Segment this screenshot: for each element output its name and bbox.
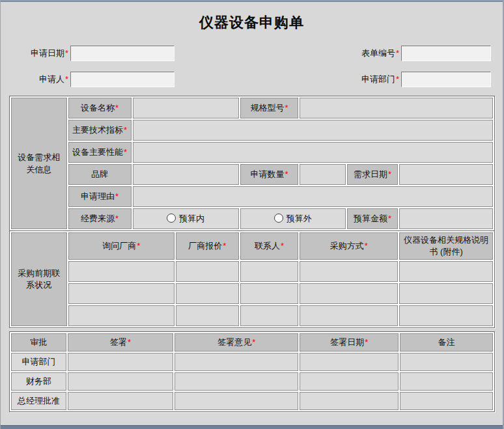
purchase-method-header: 采购方式*	[300, 232, 398, 260]
sign-date-header: 签署日期*	[300, 333, 399, 352]
signature-header: 签署*	[68, 333, 173, 352]
window-bottom-bar	[1, 425, 503, 429]
approval-cell[interactable]	[400, 392, 493, 410]
required-mark: *	[396, 48, 399, 58]
device-name-cell[interactable]	[133, 98, 239, 118]
budget-out-cell: 预算外	[240, 208, 346, 229]
equipment-info-table: 设备需求相关信息 设备名称* 规格型号* 主要技术指标* 设备主要性能* 品牌 …	[9, 96, 495, 231]
reason-header: 申请理由*	[68, 186, 132, 207]
procurement-cell[interactable]	[300, 261, 398, 282]
procurement-cell[interactable]	[399, 261, 493, 282]
performance-cell[interactable]	[133, 142, 494, 163]
apply-date-label: 申请日期*	[14, 48, 68, 59]
applicant-label: 申请人*	[14, 74, 68, 85]
required-mark: *	[281, 241, 284, 251]
spec-model-cell[interactable]	[300, 98, 493, 118]
remarks-header: 备注	[400, 333, 493, 352]
procurement-cell[interactable]	[68, 261, 175, 282]
approval-cell[interactable]	[68, 372, 173, 391]
approval-corner-header: 审批	[11, 333, 66, 352]
brand-header: 品牌	[68, 164, 132, 185]
required-mark: *	[285, 169, 288, 179]
approval-cell[interactable]	[175, 353, 298, 371]
approval-row-label: 申请部门	[11, 353, 66, 371]
procurement-cell[interactable]	[300, 305, 398, 326]
approval-cell[interactable]	[175, 372, 298, 391]
procurement-cell[interactable]	[176, 283, 239, 304]
procurement-cell[interactable]	[399, 305, 493, 326]
approval-cell[interactable]	[300, 392, 399, 410]
required-mark: *	[124, 147, 127, 157]
vendor-quote-header: 厂商报价*	[176, 232, 239, 260]
applicant-input[interactable]	[70, 72, 175, 87]
required-mark: *	[65, 48, 68, 58]
budget-in-cell: 预算内	[133, 208, 239, 229]
procurement-cell[interactable]	[68, 283, 175, 304]
funding-source-header: 经费来源*	[68, 208, 132, 229]
apply-date-field: 申请日期*	[14, 46, 175, 61]
approval-cell[interactable]	[68, 392, 173, 410]
apply-dept-label: 申请部门*	[344, 74, 399, 85]
tech-specs-cell[interactable]	[133, 120, 494, 141]
required-mark: *	[223, 241, 226, 251]
need-date-cell[interactable]	[399, 164, 493, 185]
reason-cell[interactable]	[133, 186, 494, 207]
required-mark: *	[65, 74, 68, 84]
approval-cell[interactable]	[300, 353, 399, 371]
approval-table: 审批 签署* 签署意见* 签署日期* 备注 申请部门 财务部 总经理批准	[9, 331, 495, 412]
required-mark: *	[365, 337, 368, 347]
required-mark: *	[388, 169, 391, 179]
approval-row-label: 总经理批准	[11, 392, 66, 410]
brand-cell[interactable]	[133, 164, 239, 185]
approval-cell[interactable]	[175, 392, 298, 410]
budget-amount-header: 预算金额*	[347, 208, 399, 229]
equipment-section-label: 设备需求相关信息	[11, 98, 67, 229]
required-mark: *	[285, 103, 288, 113]
need-date-header: 需求日期*	[347, 164, 399, 185]
required-mark: *	[137, 241, 140, 251]
approval-cell[interactable]	[300, 372, 399, 391]
procurement-cell[interactable]	[240, 305, 299, 326]
page-title: 仪器设备申购单	[1, 13, 503, 33]
required-mark: *	[365, 241, 368, 251]
procurement-cell[interactable]	[399, 283, 493, 304]
budget-amount-cell[interactable]	[399, 208, 493, 229]
radio-label: 预算外	[287, 214, 312, 223]
procurement-cell[interactable]	[300, 283, 398, 304]
procurement-section-label: 采购前期联系状况	[11, 232, 67, 326]
procurement-cell[interactable]	[68, 305, 175, 326]
radio-icon	[274, 214, 283, 223]
budget-in-radio[interactable]: 预算内	[167, 214, 204, 223]
approval-cell[interactable]	[400, 372, 493, 391]
required-mark: *	[115, 191, 119, 201]
contact-person-header: 联系人*	[240, 232, 299, 260]
device-name-header: 设备名称*	[68, 98, 132, 118]
procurement-cell[interactable]	[176, 261, 239, 282]
procurement-cell[interactable]	[240, 261, 299, 282]
vendor-inquiry-header: 询问厂商*	[68, 232, 175, 260]
required-mark: *	[388, 214, 391, 223]
procurement-cell[interactable]	[240, 283, 299, 304]
quantity-header: 申请数量*	[240, 164, 299, 185]
approval-cell[interactable]	[68, 353, 173, 371]
required-mark: *	[115, 103, 119, 113]
budget-out-radio[interactable]: 预算外	[274, 214, 312, 223]
quantity-cell[interactable]	[300, 164, 345, 185]
window-top-bar	[1, 0, 503, 2]
applicant-field: 申请人*	[14, 72, 175, 87]
required-mark: *	[252, 337, 255, 347]
apply-dept-field: 申请部门*	[344, 72, 491, 87]
apply-date-input[interactable]	[70, 46, 175, 61]
required-mark: *	[396, 74, 399, 84]
radio-label: 预算内	[179, 214, 204, 223]
required-mark: *	[128, 337, 131, 347]
spec-manual-header: 仪器设备相关规格说明书 (附件)	[399, 232, 493, 260]
spec-model-header: 规格型号*	[240, 98, 299, 118]
approval-cell[interactable]	[400, 353, 493, 371]
apply-dept-input[interactable]	[401, 72, 491, 87]
form-no-input[interactable]	[401, 46, 491, 61]
sign-opinion-header: 签署意见*	[175, 333, 298, 352]
required-mark: *	[115, 214, 119, 223]
procurement-cell[interactable]	[176, 305, 239, 326]
form-no-field: 表单编号*	[344, 46, 491, 61]
